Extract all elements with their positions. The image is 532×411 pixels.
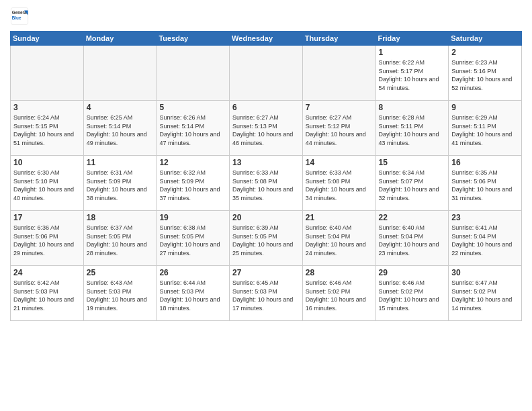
day-number: 17 <box>13 213 81 222</box>
day-number: 11 <box>87 158 154 167</box>
day-number: 12 <box>159 158 226 167</box>
day-number: 27 <box>232 268 300 277</box>
day-info: Sunrise: 6:33 AMSunset: 5:08 PMDaylight:… <box>306 169 373 202</box>
calendar-header-row: SundayMondayTuesdayWednesdayThursdayFrid… <box>11 32 522 46</box>
day-number: 22 <box>379 213 446 222</box>
day-info: Sunrise: 6:38 AMSunset: 5:05 PMDaylight:… <box>159 224 226 257</box>
day-number: 19 <box>159 213 226 222</box>
calendar-cell: 13Sunrise: 6:33 AMSunset: 5:08 PMDayligh… <box>230 156 303 211</box>
day-info: Sunrise: 6:34 AMSunset: 5:07 PMDaylight:… <box>379 169 446 202</box>
calendar-week-row: 24Sunrise: 6:42 AMSunset: 5:03 PMDayligh… <box>11 266 522 321</box>
day-number: 14 <box>306 158 373 167</box>
calendar-cell: 20Sunrise: 6:39 AMSunset: 5:05 PMDayligh… <box>230 211 303 266</box>
day-info: Sunrise: 6:47 AMSunset: 5:02 PMDaylight:… <box>451 279 519 312</box>
calendar-cell: 4Sunrise: 6:25 AMSunset: 5:14 PMDaylight… <box>83 101 157 156</box>
calendar-cell: 5Sunrise: 6:26 AMSunset: 5:14 PMDaylight… <box>157 101 230 156</box>
col-header-friday: Friday <box>375 32 449 46</box>
day-number: 25 <box>87 268 154 277</box>
calendar-cell: 2Sunrise: 6:23 AMSunset: 5:16 PMDaylight… <box>449 46 522 101</box>
day-number: 7 <box>306 103 373 112</box>
calendar-week-row: 17Sunrise: 6:36 AMSunset: 5:06 PMDayligh… <box>11 211 522 266</box>
day-number: 6 <box>232 103 300 112</box>
calendar-cell: 8Sunrise: 6:28 AMSunset: 5:11 PMDaylight… <box>375 101 449 156</box>
day-info: Sunrise: 6:25 AMSunset: 5:14 PMDaylight:… <box>87 113 154 147</box>
calendar-cell: 18Sunrise: 6:37 AMSunset: 5:05 PMDayligh… <box>83 211 157 266</box>
day-number: 29 <box>379 268 446 277</box>
day-info: Sunrise: 6:27 AMSunset: 5:12 PMDaylight:… <box>306 113 373 147</box>
day-info: Sunrise: 6:29 AMSunset: 5:11 PMDaylight:… <box>451 113 519 147</box>
day-number: 1 <box>379 48 446 57</box>
day-info: Sunrise: 6:46 AMSunset: 5:02 PMDaylight:… <box>379 279 446 312</box>
day-number: 4 <box>87 103 154 112</box>
day-info: Sunrise: 6:40 AMSunset: 5:04 PMDaylight:… <box>379 224 446 257</box>
day-number: 20 <box>232 213 300 222</box>
col-header-sunday: Sunday <box>11 32 84 46</box>
calendar-cell: 23Sunrise: 6:41 AMSunset: 5:04 PMDayligh… <box>449 211 522 266</box>
calendar-cell: 3Sunrise: 6:24 AMSunset: 5:15 PMDaylight… <box>11 101 84 156</box>
calendar-cell: 15Sunrise: 6:34 AMSunset: 5:07 PMDayligh… <box>375 156 449 211</box>
calendar-cell: 25Sunrise: 6:43 AMSunset: 5:03 PMDayligh… <box>83 266 157 321</box>
calendar-cell: 26Sunrise: 6:44 AMSunset: 5:03 PMDayligh… <box>157 266 230 321</box>
calendar-cell: 16Sunrise: 6:35 AMSunset: 5:06 PMDayligh… <box>449 156 522 211</box>
day-number: 10 <box>13 158 81 167</box>
day-info: Sunrise: 6:39 AMSunset: 5:05 PMDaylight:… <box>232 224 300 257</box>
calendar-cell: 10Sunrise: 6:30 AMSunset: 5:10 PMDayligh… <box>11 156 84 211</box>
calendar-cell: 30Sunrise: 6:47 AMSunset: 5:02 PMDayligh… <box>449 266 522 321</box>
day-info: Sunrise: 6:24 AMSunset: 5:15 PMDaylight:… <box>13 113 81 147</box>
day-info: Sunrise: 6:22 AMSunset: 5:17 PMDaylight:… <box>379 58 446 92</box>
calendar-cell: 14Sunrise: 6:33 AMSunset: 5:08 PMDayligh… <box>302 156 375 211</box>
calendar-cell: 7Sunrise: 6:27 AMSunset: 5:12 PMDaylight… <box>302 101 375 156</box>
calendar-cell: 19Sunrise: 6:38 AMSunset: 5:05 PMDayligh… <box>157 211 230 266</box>
day-number: 28 <box>306 268 373 277</box>
col-header-saturday: Saturday <box>449 32 522 46</box>
day-info: Sunrise: 6:28 AMSunset: 5:11 PMDaylight:… <box>379 113 446 147</box>
calendar-cell: 11Sunrise: 6:31 AMSunset: 5:09 PMDayligh… <box>83 156 157 211</box>
calendar-cell <box>157 46 230 101</box>
calendar-cell <box>302 46 375 101</box>
day-number: 15 <box>379 158 446 167</box>
day-info: Sunrise: 6:30 AMSunset: 5:10 PMDaylight:… <box>13 169 81 202</box>
day-info: Sunrise: 6:32 AMSunset: 5:09 PMDaylight:… <box>159 169 226 202</box>
col-header-monday: Monday <box>83 32 157 46</box>
day-info: Sunrise: 6:26 AMSunset: 5:14 PMDaylight:… <box>159 113 226 147</box>
day-number: 3 <box>13 103 81 112</box>
day-number: 24 <box>13 268 81 277</box>
day-number: 9 <box>451 103 519 112</box>
calendar-cell <box>230 46 303 101</box>
svg-text:Blue: Blue <box>12 15 21 20</box>
calendar-cell: 17Sunrise: 6:36 AMSunset: 5:06 PMDayligh… <box>11 211 84 266</box>
day-info: Sunrise: 6:41 AMSunset: 5:04 PMDaylight:… <box>451 224 519 257</box>
col-header-tuesday: Tuesday <box>157 32 230 46</box>
day-number: 2 <box>451 48 519 57</box>
logo-icon: General Blue <box>10 7 29 26</box>
day-info: Sunrise: 6:23 AMSunset: 5:16 PMDaylight:… <box>451 58 519 92</box>
calendar-cell: 9Sunrise: 6:29 AMSunset: 5:11 PMDaylight… <box>449 101 522 156</box>
day-info: Sunrise: 6:46 AMSunset: 5:02 PMDaylight:… <box>306 279 373 312</box>
col-header-thursday: Thursday <box>302 32 375 46</box>
day-info: Sunrise: 6:44 AMSunset: 5:03 PMDaylight:… <box>159 279 226 312</box>
day-number: 8 <box>379 103 446 112</box>
logo: General Blue <box>10 7 29 26</box>
col-header-wednesday: Wednesday <box>230 32 303 46</box>
day-info: Sunrise: 6:27 AMSunset: 5:13 PMDaylight:… <box>232 113 300 147</box>
calendar-cell <box>83 46 157 101</box>
day-number: 18 <box>87 213 154 222</box>
day-info: Sunrise: 6:42 AMSunset: 5:03 PMDaylight:… <box>13 279 81 312</box>
day-number: 23 <box>451 213 519 222</box>
day-info: Sunrise: 6:36 AMSunset: 5:06 PMDaylight:… <box>13 224 81 257</box>
calendar-cell: 24Sunrise: 6:42 AMSunset: 5:03 PMDayligh… <box>11 266 84 321</box>
day-number: 13 <box>232 158 300 167</box>
day-number: 16 <box>451 158 519 167</box>
day-number: 26 <box>159 268 226 277</box>
day-number: 21 <box>306 213 373 222</box>
calendar-cell: 29Sunrise: 6:46 AMSunset: 5:02 PMDayligh… <box>375 266 449 321</box>
calendar-week-row: 1Sunrise: 6:22 AMSunset: 5:17 PMDaylight… <box>11 46 522 101</box>
header: General Blue <box>10 7 522 26</box>
day-info: Sunrise: 6:35 AMSunset: 5:06 PMDaylight:… <box>451 169 519 202</box>
calendar-cell: 12Sunrise: 6:32 AMSunset: 5:09 PMDayligh… <box>157 156 230 211</box>
calendar-cell: 1Sunrise: 6:22 AMSunset: 5:17 PMDaylight… <box>375 46 449 101</box>
day-info: Sunrise: 6:31 AMSunset: 5:09 PMDaylight:… <box>87 169 154 202</box>
calendar-week-row: 3Sunrise: 6:24 AMSunset: 5:15 PMDaylight… <box>11 101 522 156</box>
day-info: Sunrise: 6:43 AMSunset: 5:03 PMDaylight:… <box>87 279 154 312</box>
calendar-cell: 6Sunrise: 6:27 AMSunset: 5:13 PMDaylight… <box>230 101 303 156</box>
